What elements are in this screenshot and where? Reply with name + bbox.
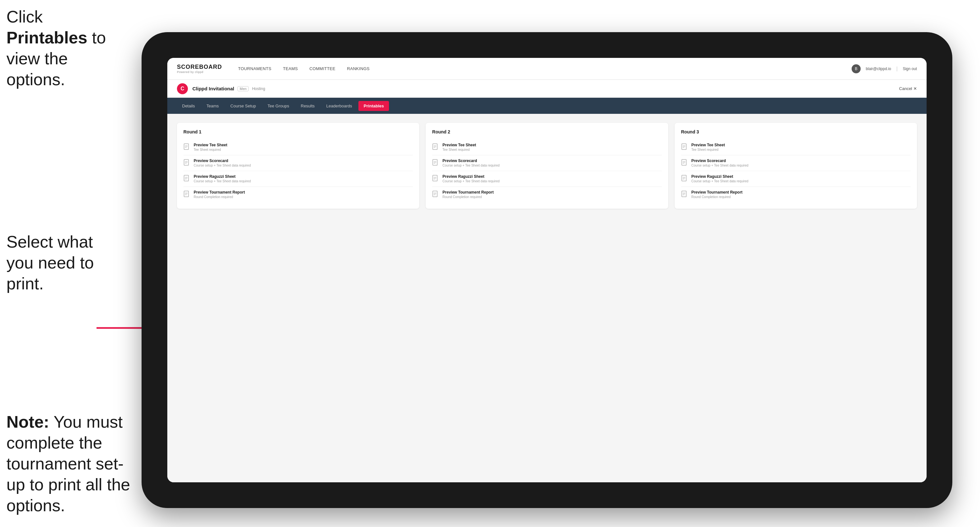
print-item-r1-scorecard-title: Preview Scorecard <box>194 159 413 163</box>
print-item-r3-raguzzi-content: Preview Raguzzi Sheet Course setup + Tee… <box>691 174 910 183</box>
user-avatar: B <box>852 64 861 73</box>
nav-signout[interactable]: Sign out <box>903 67 917 71</box>
document-icon <box>681 159 688 168</box>
print-item-r1-report[interactable]: Preview Tournament Report Round Completi… <box>183 187 413 202</box>
nav-tournaments[interactable]: TOURNAMENTS <box>238 66 271 71</box>
round-1-title: Round 1 <box>183 129 413 134</box>
top-nav: SCOREBOARD Powered by clippd TOURNAMENTS… <box>167 58 927 80</box>
print-item-r1-teesheet-content: Preview Tee Sheet Tee Sheet required <box>194 143 413 151</box>
main-content: Round 1 Preview Tee Sheet Tee Sheet requ… <box>167 114 927 482</box>
document-icon <box>183 175 191 183</box>
print-item-r3-raguzzi-title: Preview Raguzzi Sheet <box>691 174 910 179</box>
nav-right: B blair@clippd.io | Sign out <box>852 64 917 73</box>
tablet-frame: SCOREBOARD Powered by clippd TOURNAMENTS… <box>142 32 952 508</box>
tab-teams[interactable]: Teams <box>201 101 224 111</box>
print-item-r3-teesheet-content: Preview Tee Sheet Tee Sheet required <box>691 143 910 151</box>
print-item-r1-scorecard-content: Preview Scorecard Course setup + Tee She… <box>194 159 413 167</box>
document-icon <box>681 190 688 199</box>
round-3-title: Round 3 <box>681 129 910 134</box>
logo-subtitle: Powered by clippd <box>177 70 222 74</box>
round-1-section: Round 1 Preview Tee Sheet Tee Sheet requ… <box>177 123 419 209</box>
print-item-r2-raguzzi-title: Preview Raguzzi Sheet <box>442 174 662 179</box>
tournament-name: Clippd Invitational <box>192 86 234 91</box>
annotation-middle-text: Select what you need to print. <box>6 232 94 293</box>
print-item-r2-raguzzi-subtitle: Course setup + Tee Sheet data required <box>442 179 662 183</box>
print-item-r1-teesheet-title: Preview Tee Sheet <box>194 143 413 147</box>
document-icon <box>432 175 439 183</box>
print-item-r2-teesheet-subtitle: Tee Sheet required <box>442 148 662 151</box>
tournament-logo: C <box>177 83 188 94</box>
document-icon <box>183 159 191 168</box>
main-nav: TOURNAMENTS TEAMS COMMITTEE RANKINGS <box>238 66 852 71</box>
print-item-r1-raguzzi-subtitle: Course setup + Tee Sheet data required <box>194 179 413 183</box>
tournament-badge: Men <box>237 86 249 91</box>
tab-leaderboards[interactable]: Leaderboards <box>321 101 357 111</box>
print-item-r3-scorecard-content: Preview Scorecard Course setup + Tee She… <box>691 159 910 167</box>
nav-rankings[interactable]: RANKINGS <box>347 66 369 71</box>
annotation-bottom: Note: You must complete the tournament s… <box>6 411 135 516</box>
print-item-r3-scorecard[interactable]: Preview Scorecard Course setup + Tee She… <box>681 155 910 171</box>
round-2-section: Round 2 Preview Tee Sheet Tee Sheet requ… <box>426 123 668 209</box>
document-icon <box>681 143 688 152</box>
print-item-r2-scorecard-title: Preview Scorecard <box>442 159 662 163</box>
tab-tee-groups[interactable]: Tee Groups <box>262 101 294 111</box>
cancel-label: Cancel <box>899 86 912 91</box>
tab-printables[interactable]: Printables <box>358 101 389 111</box>
sub-nav: Details Teams Course Setup Tee Groups Re… <box>167 98 927 114</box>
print-item-r1-teesheet[interactable]: Preview Tee Sheet Tee Sheet required <box>183 140 413 155</box>
print-item-r2-report-content: Preview Tournament Report Round Completi… <box>442 190 662 199</box>
tournament-hosting: Hosting <box>252 86 265 91</box>
print-item-r3-scorecard-title: Preview Scorecard <box>691 159 910 163</box>
nav-user-email: blair@clippd.io <box>866 67 891 71</box>
annotation-middle: Select what you need to print. <box>6 232 122 294</box>
print-item-r3-scorecard-subtitle: Course setup + Tee Sheet data required <box>691 163 910 167</box>
nav-committee[interactable]: COMMITTEE <box>310 66 336 71</box>
print-item-r3-raguzzi-subtitle: Course setup + Tee Sheet data required <box>691 179 910 183</box>
print-item-r1-report-title: Preview Tournament Report <box>194 190 413 195</box>
cancel-button[interactable]: Cancel ✕ <box>899 86 917 91</box>
print-item-r1-raguzzi-content: Preview Raguzzi Sheet Course setup + Tee… <box>194 174 413 183</box>
document-icon <box>681 175 688 183</box>
tab-results[interactable]: Results <box>296 101 320 111</box>
document-icon <box>432 159 439 168</box>
round-2-title: Round 2 <box>432 129 662 134</box>
print-item-r3-raguzzi[interactable]: Preview Raguzzi Sheet Course setup + Tee… <box>681 171 910 187</box>
print-item-r2-report-title: Preview Tournament Report <box>442 190 662 195</box>
annotation-top-bold: Printables <box>6 28 87 47</box>
print-item-r1-raguzzi[interactable]: Preview Raguzzi Sheet Course setup + Tee… <box>183 171 413 187</box>
print-item-r3-report[interactable]: Preview Tournament Report Round Completi… <box>681 187 910 202</box>
round-3-section: Round 3 Preview Tee Sheet Tee Sheet requ… <box>675 123 917 209</box>
nav-separator: | <box>896 66 898 72</box>
print-item-r2-raguzzi-content: Preview Raguzzi Sheet Course setup + Tee… <box>442 174 662 183</box>
tab-course-setup[interactable]: Course Setup <box>225 101 261 111</box>
print-item-r1-raguzzi-title: Preview Raguzzi Sheet <box>194 174 413 179</box>
print-item-r2-raguzzi[interactable]: Preview Raguzzi Sheet Course setup + Tee… <box>432 171 662 187</box>
print-item-r2-teesheet-title: Preview Tee Sheet <box>442 143 662 147</box>
document-icon <box>183 143 191 152</box>
logo-title: SCOREBOARD <box>177 63 222 70</box>
document-icon <box>432 190 439 199</box>
print-item-r1-report-subtitle: Round Completion required <box>194 195 413 199</box>
rounds-grid: Round 1 Preview Tee Sheet Tee Sheet requ… <box>177 123 917 209</box>
print-item-r2-report[interactable]: Preview Tournament Report Round Completi… <box>432 187 662 202</box>
cancel-icon: ✕ <box>913 86 917 91</box>
print-item-r3-teesheet[interactable]: Preview Tee Sheet Tee Sheet required <box>681 140 910 155</box>
annotation-bottom-bold: Note: <box>6 413 49 431</box>
scoreboard-logo: SCOREBOARD Powered by clippd <box>177 63 222 74</box>
print-item-r2-scorecard[interactable]: Preview Scorecard Course setup + Tee She… <box>432 155 662 171</box>
print-item-r2-scorecard-content: Preview Scorecard Course setup + Tee She… <box>442 159 662 167</box>
print-item-r3-report-content: Preview Tournament Report Round Completi… <box>691 190 910 199</box>
print-item-r1-teesheet-subtitle: Tee Sheet required <box>194 148 413 151</box>
document-icon <box>432 143 439 152</box>
print-item-r1-report-content: Preview Tournament Report Round Completi… <box>194 190 413 199</box>
print-item-r1-scorecard[interactable]: Preview Scorecard Course setup + Tee She… <box>183 155 413 171</box>
print-item-r2-report-subtitle: Round Completion required <box>442 195 662 199</box>
tab-details[interactable]: Details <box>177 101 200 111</box>
nav-teams[interactable]: TEAMS <box>283 66 298 71</box>
print-item-r3-teesheet-title: Preview Tee Sheet <box>691 143 910 147</box>
print-item-r3-report-title: Preview Tournament Report <box>691 190 910 195</box>
print-item-r2-teesheet[interactable]: Preview Tee Sheet Tee Sheet required <box>432 140 662 155</box>
document-icon <box>183 190 191 199</box>
tournament-logo-letter: C <box>180 86 185 92</box>
print-item-r2-scorecard-subtitle: Course setup + Tee Sheet data required <box>442 163 662 167</box>
